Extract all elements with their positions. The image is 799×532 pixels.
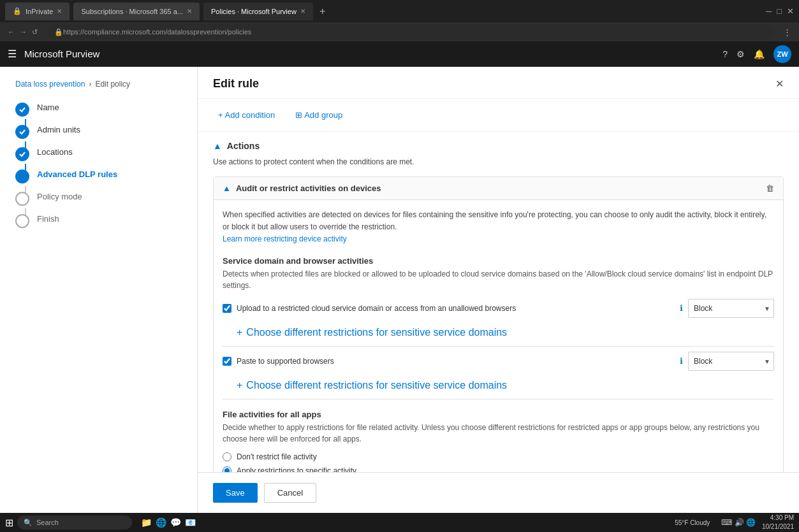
taskbar-weather: 55°F Cloudy xyxy=(675,519,710,526)
audit-card-title: Audit or restrict activities on devices xyxy=(236,183,381,193)
dont-restrict-label: Don't restrict file activity xyxy=(237,452,317,461)
step-advanced-dlp[interactable]: Advanced DLP rules xyxy=(15,168,182,191)
breadcrumb-current: Edit policy xyxy=(95,80,130,89)
extensions-icon[interactable]: ⋮ xyxy=(783,27,791,37)
paste-browsers-select[interactable]: Audit only Block Block with override xyxy=(688,352,774,371)
step-finish[interactable]: Finish xyxy=(15,213,182,235)
step-name[interactable]: Name xyxy=(15,101,182,124)
page-title: Edit rule xyxy=(213,77,259,90)
actions-title: Actions xyxy=(227,141,260,151)
step-circle-advanced xyxy=(15,169,29,183)
step-label-name: Name xyxy=(37,103,59,112)
upload-restricted-checkbox[interactable] xyxy=(223,304,231,313)
add-restriction-plus-icon-2: + xyxy=(237,380,242,391)
upload-restricted-select-wrapper: Audit only Block Block with override ▼ xyxy=(688,299,774,318)
upload-restricted-row: Upload to a restricted cloud service dom… xyxy=(223,299,774,318)
add-condition-button[interactable]: + Add condition xyxy=(213,108,280,122)
taskbar-icon-4[interactable]: 📧 xyxy=(185,517,196,528)
new-tab-button[interactable]: + xyxy=(319,6,325,17)
step-label-finish: Finish xyxy=(37,214,59,224)
breadcrumb-separator: › xyxy=(89,80,91,89)
maximize-icon[interactable]: □ xyxy=(777,6,782,16)
tab-close-icon[interactable]: ✕ xyxy=(300,8,305,15)
audit-card-delete-icon[interactable]: 🗑 xyxy=(766,183,774,193)
add-restriction-plus-icon: + xyxy=(237,327,242,338)
minimize-icon[interactable]: ─ xyxy=(766,6,772,16)
section-chevron-icon: ▲ xyxy=(213,141,222,151)
divider-1 xyxy=(223,346,774,347)
notification-icon[interactable]: 🔔 xyxy=(754,49,765,59)
sidebar: Data loss prevention › Edit policy Name xyxy=(0,67,198,513)
add-restriction-paste[interactable]: + Choose different restrictions for sens… xyxy=(223,377,774,394)
divider-2 xyxy=(223,399,774,399)
paste-browsers-row: Paste to supported browsers ℹ Audit only… xyxy=(223,352,774,371)
service-domain-title: Service domain and browser activities xyxy=(223,256,774,266)
lock-icon: 🔒 xyxy=(54,28,63,36)
add-group-button[interactable]: ⊞ Add group xyxy=(290,108,348,122)
hamburger-icon[interactable]: ☰ xyxy=(8,48,17,60)
learn-more-link[interactable]: Learn more restricting device activity xyxy=(223,234,347,243)
taskbar-system-icons: ⌨ 🔊 🌐 xyxy=(721,518,756,527)
settings-icon[interactable]: ⚙ xyxy=(737,49,745,59)
file-activities-desc: Decide whether to apply restrictions for… xyxy=(223,422,774,445)
radio-dont-restrict: Don't restrict file activity xyxy=(223,452,774,461)
cancel-button[interactable]: Cancel xyxy=(264,483,316,503)
tab-policies[interactable]: Policies · Microsoft Purview ✕ xyxy=(203,3,313,20)
step-admin-units[interactable]: Admin units xyxy=(15,124,182,146)
address-bar-row: ← → ↺ 🔒 https://compliance.microsoft.com… xyxy=(0,22,799,41)
browser-chrome: 🔒 InPrivate ✕ Subscriptions · Microsoft … xyxy=(0,0,799,22)
breadcrumb: Data loss prevention › Edit policy xyxy=(15,80,182,89)
search-icon: 🔍 xyxy=(24,519,33,527)
breadcrumb-parent[interactable]: Data loss prevention xyxy=(15,80,85,89)
address-bar[interactable]: 🔒 https://compliance.microsoft.com/datal… xyxy=(48,24,773,40)
file-activities-title: File activities for all apps xyxy=(223,410,774,419)
avatar[interactable]: ZW xyxy=(773,45,791,63)
refresh-icon[interactable]: ↺ xyxy=(32,28,38,36)
start-button[interactable]: ⊞ xyxy=(5,517,13,529)
tab-close-icon[interactable]: ✕ xyxy=(57,8,62,15)
save-button[interactable]: Save xyxy=(213,483,258,503)
step-label-admin: Admin units xyxy=(37,125,80,134)
paste-browsers-info-icon[interactable]: ℹ xyxy=(680,356,683,366)
taskbar-search[interactable]: 🔍 Search xyxy=(17,515,132,529)
step-circle-admin xyxy=(15,125,29,139)
scroll-content: ▲ Actions Use actions to protect content… xyxy=(198,132,799,513)
step-circle-locations xyxy=(15,147,29,161)
content-area: Edit rule ✕ + Add condition ⊞ Add group … xyxy=(198,67,799,513)
audit-card-header[interactable]: ▲ Audit or restrict activities on device… xyxy=(214,177,783,200)
step-label-advanced: Advanced DLP rules xyxy=(37,169,117,179)
help-icon[interactable]: ? xyxy=(722,49,728,59)
taskbar-icon-3[interactable]: 💬 xyxy=(170,517,181,528)
upload-restricted-label: Upload to a restricted cloud service dom… xyxy=(237,304,672,313)
dont-restrict-radio[interactable] xyxy=(223,452,231,461)
tab-inprivate[interactable]: 🔒 InPrivate ✕ xyxy=(5,3,70,20)
close-window-icon[interactable]: ✕ xyxy=(787,6,794,16)
step-locations[interactable]: Locations xyxy=(15,146,182,168)
actions-section-header[interactable]: ▲ Actions xyxy=(213,132,784,156)
upload-restricted-info-icon[interactable]: ℹ xyxy=(680,303,683,313)
tab-close-icon[interactable]: ✕ xyxy=(187,8,192,15)
upload-restricted-select[interactable]: Audit only Block Block with override xyxy=(688,299,774,318)
content-header: Edit rule ✕ xyxy=(198,67,799,99)
tab-subscriptions[interactable]: Subscriptions · Microsoft 365 a... ✕ xyxy=(73,3,200,20)
app-title: Microsoft Purview xyxy=(24,48,99,59)
paste-browsers-select-wrapper: Audit only Block Block with override ▼ xyxy=(688,352,774,371)
forward-icon[interactable]: → xyxy=(20,28,27,36)
app-header: ☰ Microsoft Purview ? ⚙ 🔔 ZW xyxy=(0,41,799,67)
footer-buttons: Save Cancel xyxy=(198,472,799,513)
audit-card-chevron-icon: ▲ xyxy=(223,183,231,193)
taskbar-icon-1[interactable]: 📁 xyxy=(141,517,152,528)
paste-browsers-checkbox[interactable] xyxy=(223,357,231,366)
toolbar: + Add condition ⊞ Add group xyxy=(198,99,799,132)
actions-description: Use actions to protect content when the … xyxy=(213,156,784,168)
taskbar-icon-2[interactable]: 🌐 xyxy=(156,517,166,528)
step-circle-name xyxy=(15,103,29,117)
step-circle-policy xyxy=(15,192,29,206)
audit-card-description: When specified activities are detected o… xyxy=(223,209,774,246)
close-button[interactable]: ✕ xyxy=(775,78,784,90)
step-label-policy: Policy mode xyxy=(37,192,82,201)
add-restriction-upload[interactable]: + Choose different restrictions for sens… xyxy=(223,324,774,341)
audit-card: ▲ Audit or restrict activities on device… xyxy=(213,176,784,513)
step-policy-mode[interactable]: Policy mode xyxy=(15,191,182,213)
back-icon[interactable]: ← xyxy=(8,28,15,36)
